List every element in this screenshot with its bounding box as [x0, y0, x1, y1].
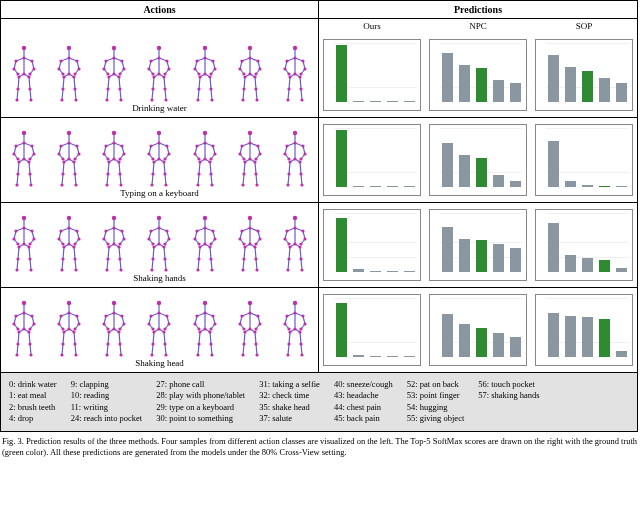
svg-point-404 — [286, 183, 289, 186]
svg-point-543 — [209, 242, 212, 245]
svg-point-257 — [62, 172, 65, 175]
svg-point-313 — [153, 160, 156, 163]
skeleton-icon — [52, 299, 86, 357]
svg-point-288 — [106, 183, 109, 186]
svg-point-173 — [255, 98, 258, 101]
svg-point-165 — [242, 72, 245, 75]
svg-point-285 — [118, 160, 121, 163]
gt-bar — [582, 71, 593, 102]
svg-point-83 — [107, 87, 110, 90]
pred-bar — [387, 271, 398, 272]
svg-point-160 — [248, 56, 251, 59]
svg-point-744 — [213, 322, 216, 325]
svg-point-519 — [164, 257, 167, 260]
svg-point-454 — [78, 237, 81, 240]
svg-point-722 — [164, 342, 167, 345]
svg-point-275 — [112, 130, 116, 134]
svg-line-299 — [153, 162, 154, 174]
svg-line-560 — [244, 247, 245, 259]
svg-line-561 — [243, 259, 244, 270]
svg-point-714 — [148, 322, 151, 325]
svg-point-597 — [301, 229, 304, 232]
pred-bar — [548, 141, 559, 187]
svg-point-402 — [287, 172, 290, 175]
svg-point-606 — [299, 257, 302, 260]
svg-point-775 — [254, 327, 257, 330]
legend-entry: 29: type on a keyboard — [156, 402, 245, 413]
svg-point-517 — [163, 245, 166, 248]
svg-point-363 — [248, 141, 251, 144]
legend-entry: 35: shake head — [259, 402, 320, 413]
svg-line-388 — [300, 162, 301, 174]
svg-point-688 — [119, 327, 122, 330]
svg-point-809 — [299, 342, 302, 345]
svg-line-416 — [17, 259, 18, 270]
svg-point-741 — [195, 314, 198, 317]
svg-point-142 — [209, 87, 212, 90]
svg-point-666 — [75, 353, 78, 356]
svg-point-393 — [285, 144, 288, 147]
svg-point-421 — [22, 226, 25, 229]
svg-point-102 — [158, 56, 161, 59]
svg-point-550 — [210, 268, 213, 271]
svg-point-131 — [203, 56, 206, 59]
action-cell: Shaking head — [1, 288, 319, 372]
svg-point-545 — [198, 245, 201, 248]
svg-point-536 — [202, 215, 206, 219]
pred-bar — [404, 356, 415, 357]
svg-point-162 — [256, 59, 259, 62]
svg-point-513 — [152, 242, 155, 245]
svg-point-537 — [203, 226, 206, 229]
svg-line-273 — [120, 174, 121, 185]
svg-line-418 — [30, 259, 31, 270]
svg-point-713 — [166, 314, 169, 317]
svg-point-462 — [61, 268, 64, 271]
svg-point-719 — [153, 330, 156, 333]
legend-entry: 56: touch pocket — [478, 379, 539, 390]
prediction-cell — [319, 203, 637, 287]
skeleton-icon — [52, 129, 86, 187]
svg-point-225 — [22, 157, 25, 160]
svg-point-798 — [293, 311, 296, 314]
svg-point-230 — [15, 183, 18, 186]
svg-point-540 — [193, 237, 196, 240]
predictions-header: Predictions — [319, 1, 637, 18]
svg-point-692 — [107, 342, 110, 345]
svg-point-228 — [16, 172, 19, 175]
svg-line-620 — [29, 332, 30, 344]
legend-column: 9: clapping10: reading11: writing24: rea… — [71, 379, 143, 425]
svg-point-43 — [67, 45, 71, 49]
svg-point-110 — [153, 75, 156, 78]
sample-row: Typing on a keyboard — [1, 117, 637, 202]
pred-bar — [493, 333, 504, 357]
pred-bar — [442, 227, 453, 272]
svg-point-681 — [112, 300, 116, 304]
pred-bar — [459, 239, 470, 272]
svg-line-389 — [301, 174, 302, 185]
svg-point-601 — [299, 242, 302, 245]
svg-point-544 — [203, 242, 206, 245]
svg-point-168 — [243, 75, 246, 78]
svg-point-84 — [119, 87, 122, 90]
svg-point-55 — [74, 87, 77, 90]
svg-point-218 — [22, 141, 25, 144]
svg-point-742 — [211, 314, 214, 317]
legend-entry: 28: play with phone/tablet — [156, 390, 245, 401]
svg-point-516 — [153, 245, 156, 248]
pred-bar — [548, 223, 559, 272]
svg-line-99 — [165, 89, 166, 100]
svg-line-677 — [107, 344, 108, 355]
svg-point-258 — [74, 172, 77, 175]
svg-point-190 — [285, 59, 288, 62]
svg-line-415 — [18, 247, 19, 259]
svg-point-307 — [166, 144, 169, 147]
svg-point-400 — [288, 160, 291, 163]
svg-point-607 — [286, 268, 289, 271]
svg-point-220 — [30, 144, 33, 147]
legend-column: 56: touch pocket57: shaking hands — [478, 379, 539, 425]
legend-entry: 27: phone call — [156, 379, 245, 390]
svg-point-624 — [22, 311, 25, 314]
svg-point-570 — [258, 237, 261, 240]
svg-point-139 — [198, 75, 201, 78]
svg-point-391 — [293, 130, 297, 134]
